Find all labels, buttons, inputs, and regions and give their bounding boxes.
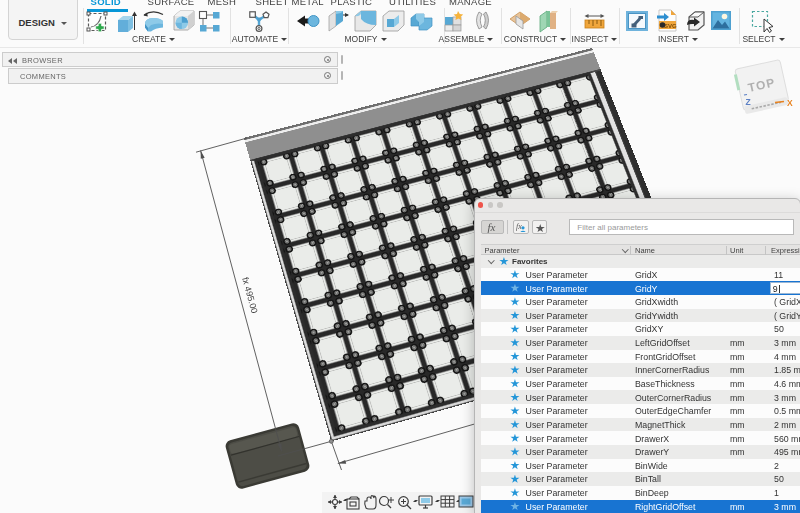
svg-text:Z: Z: [746, 97, 751, 107]
svg-text:SVG: SVG: [664, 23, 677, 29]
svg-text:X: X: [787, 98, 793, 108]
